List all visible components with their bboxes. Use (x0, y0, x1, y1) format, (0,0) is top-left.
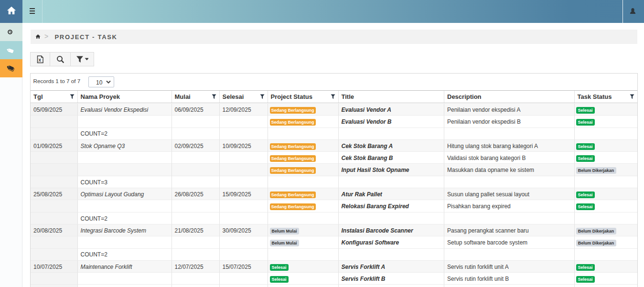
svg-text:x: x (38, 57, 41, 63)
